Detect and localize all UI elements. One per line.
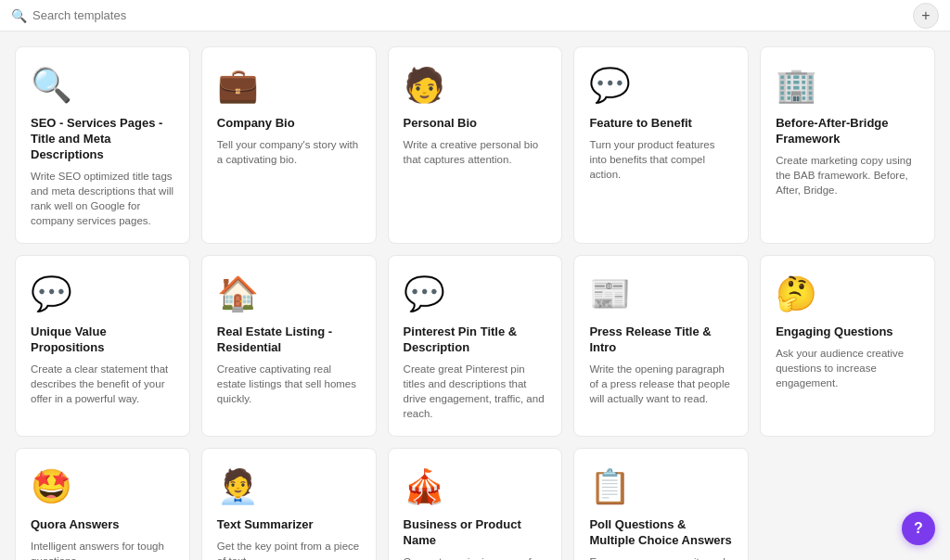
template-title-poll-questions: Poll Questions & Multiple Choice Answers xyxy=(589,517,733,549)
template-card[interactable]: 📋Poll Questions & Multiple Choice Answer… xyxy=(573,448,749,560)
template-card[interactable]: 🏠Real Estate Listing - ResidentialCreati… xyxy=(201,255,377,437)
template-icon-engaging-questions: 🤔 xyxy=(776,274,919,313)
template-icon-seo-services: 🔍 xyxy=(31,66,174,105)
header: 🔍 + xyxy=(0,0,950,32)
template-title-quora-answers: Quora Answers xyxy=(31,517,174,533)
template-card[interactable]: 🤩Quora AnswersIntelligent answers for to… xyxy=(15,448,190,560)
template-card[interactable]: 💬Unique Value PropositionsCreate a clear… xyxy=(15,255,190,437)
template-title-press-release: Press Release Title & Intro xyxy=(589,325,733,356)
template-title-real-estate: Real Estate Listing - Residential xyxy=(217,325,361,356)
template-card[interactable]: 💬Pinterest Pin Title & DescriptionCreate… xyxy=(388,255,563,437)
template-title-personal-bio: Personal Bio xyxy=(404,116,547,132)
template-desc-company-bio: Tell your company's story with a captiva… xyxy=(217,137,361,228)
template-icon-personal-bio: 🧑 xyxy=(404,66,547,105)
template-title-company-bio: Company Bio xyxy=(217,116,361,132)
template-icon-company-bio: 💼 xyxy=(217,66,361,105)
main-content: 🔍SEO - Services Pages - Title and Meta D… xyxy=(0,32,950,560)
template-title-pinterest-pin: Pinterest Pin Title & Description xyxy=(404,325,547,356)
template-title-unique-value: Unique Value Propositions xyxy=(31,325,174,356)
template-title-feature-to-benefit: Feature to Benefit xyxy=(589,116,733,132)
add-button[interactable]: + xyxy=(913,3,939,29)
template-desc-real-estate: Creative captivating real estate listing… xyxy=(217,362,361,421)
template-desc-poll-questions: Engage your community and get to know th… xyxy=(589,554,733,560)
search-input[interactable] xyxy=(32,8,218,22)
template-icon-text-summarizer: 🧑‍💼 xyxy=(217,467,361,506)
template-desc-before-after-bridge: Create marketing copy using the BAB fram… xyxy=(776,153,919,228)
template-desc-text-summarizer: Get the key point from a piece of text. xyxy=(217,539,361,560)
template-desc-seo-services: Write SEO optimized title tags and meta … xyxy=(31,169,174,228)
template-icon-business-product-name: 🎪 xyxy=(404,467,547,506)
template-card[interactable]: 📰Press Release Title & IntroWrite the op… xyxy=(573,255,749,437)
template-icon-pinterest-pin: 💬 xyxy=(404,274,547,313)
template-card[interactable]: 🎪Business or Product NameGenerate a winn… xyxy=(388,448,563,560)
template-desc-pinterest-pin: Create great Pinterest pin titles and de… xyxy=(404,362,547,421)
template-grid: 🔍SEO - Services Pages - Title and Meta D… xyxy=(15,46,935,560)
template-icon-unique-value: 💬 xyxy=(31,274,174,313)
template-card[interactable]: 🤔Engaging QuestionsAsk your audience cre… xyxy=(760,255,935,437)
template-title-seo-services: SEO - Services Pages - Title and Meta De… xyxy=(31,116,174,163)
template-icon-before-after-bridge: 🏢 xyxy=(776,66,919,105)
template-icon-real-estate: 🏠 xyxy=(217,274,361,313)
template-desc-unique-value: Create a clear statement that describes … xyxy=(31,362,174,421)
template-title-text-summarizer: Text Summarizer xyxy=(217,517,361,533)
help-button[interactable]: ? xyxy=(902,512,935,545)
template-card[interactable]: 💼Company BioTell your company's story wi… xyxy=(201,46,377,244)
search-icon: 🔍 xyxy=(11,8,27,23)
template-desc-press-release: Write the opening paragraph of a press r… xyxy=(589,362,733,421)
template-desc-business-product-name: Generate a winning name for your busines… xyxy=(404,554,547,560)
template-card[interactable]: 🔍SEO - Services Pages - Title and Meta D… xyxy=(15,46,190,244)
template-desc-quora-answers: Intelligent answers for tough questions. xyxy=(31,539,174,560)
template-card[interactable]: 🏢Before-After-Bridge FrameworkCreate mar… xyxy=(760,46,935,244)
template-desc-feature-to-benefit: Turn your product features into benefits… xyxy=(589,137,733,228)
template-card[interactable]: 🧑Personal BioWrite a creative personal b… xyxy=(388,46,563,244)
template-icon-feature-to-benefit: 💬 xyxy=(589,66,733,105)
template-icon-poll-questions: 📋 xyxy=(589,467,733,506)
template-icon-quora-answers: 🤩 xyxy=(31,467,174,506)
template-card[interactable]: 🧑‍💼Text SummarizerGet the key point from… xyxy=(201,448,377,560)
template-desc-personal-bio: Write a creative personal bio that captu… xyxy=(404,137,547,228)
template-title-engaging-questions: Engaging Questions xyxy=(776,325,919,340)
template-icon-press-release: 📰 xyxy=(589,274,733,313)
template-title-before-after-bridge: Before-After-Bridge Framework xyxy=(776,116,919,147)
template-title-business-product-name: Business or Product Name xyxy=(404,517,547,549)
template-desc-engaging-questions: Ask your audience creative questions to … xyxy=(776,346,919,421)
search-wrapper: 🔍 xyxy=(11,8,939,23)
template-card[interactable]: 💬Feature to BenefitTurn your product fea… xyxy=(573,46,749,244)
